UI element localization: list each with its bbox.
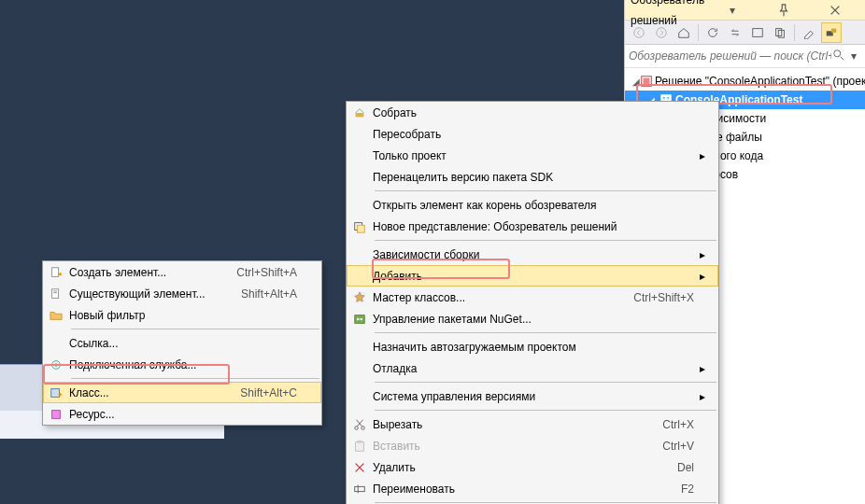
menu-item[interactable]: Перенацелить версию пакета SDK [347, 166, 718, 188]
pin-icon[interactable] [759, 4, 807, 17]
menu-item[interactable]: ВырезатьCtrl+X [347, 413, 718, 435]
menu-item[interactable]: Система управления версиями▸ [347, 385, 718, 407]
collapse-icon[interactable] [747, 22, 768, 43]
svg-rect-28 [51, 388, 60, 397]
menu-item-label: Существующий элемент... [69, 287, 241, 301]
build-icon [347, 106, 373, 119]
menu-item[interactable]: Зависимости сборки▸ [347, 244, 718, 265]
menu-item-label: Ссылка... [69, 337, 297, 350]
add-submenu: Создать элемент...Ctrl+Shift+AСуществующ… [42, 260, 322, 426]
svg-rect-20 [357, 440, 362, 442]
menu-item[interactable]: Назначить автозагружаемым проектом [347, 336, 718, 357]
svg-point-1 [657, 27, 667, 37]
solution-explorer-toolbar [625, 21, 865, 45]
close-icon[interactable] [812, 4, 859, 17]
menu-item-shortcut: Ctrl+Shift+X [633, 291, 700, 304]
back-icon[interactable] [629, 22, 649, 43]
menu-separator [375, 382, 716, 383]
svg-rect-22 [52, 267, 59, 276]
menu-item[interactable]: Пересобрать [347, 123, 718, 145]
menu-item[interactable]: Управление пакетами NuGet... [347, 308, 718, 329]
project-context-menu: СобратьПересобратьТолько проект▸Перенаце… [346, 101, 719, 504]
svg-rect-23 [52, 288, 59, 298]
menu-item[interactable]: ПереименоватьF2 [347, 478, 718, 499]
menu-item[interactable]: Собрать [347, 102, 718, 123]
svg-point-15 [357, 317, 360, 320]
search-icon[interactable] [831, 49, 846, 64]
menu-separator [375, 410, 716, 411]
menu-item-label: Ресурс... [69, 408, 297, 421]
svg-point-0 [634, 27, 645, 37]
menu-item-shortcut: Shift+Alt+C [240, 386, 303, 399]
menu-item-label: Вставить [373, 440, 662, 453]
menu-item-label: Вырезать [373, 418, 662, 431]
menu-item[interactable]: Добавить▸ [347, 265, 718, 287]
menu-item-label: Пересобрать [373, 128, 694, 141]
show-all-icon[interactable] [770, 22, 790, 43]
menu-separator [71, 329, 319, 329]
class-wizard-icon [347, 291, 373, 304]
svg-rect-14 [355, 315, 365, 323]
menu-item-label: Отладка [373, 362, 694, 375]
menu-item-shortcut: Shift+Alt+A [241, 287, 303, 301]
menu-item[interactable]: Новое представление: Обозреватель решени… [347, 216, 718, 237]
menu-item-label: Только проект [373, 149, 694, 162]
menu-item[interactable]: Подключенная служба... [43, 354, 321, 375]
solution-icon [640, 75, 653, 88]
menu-item[interactable]: Только проект▸ [347, 145, 718, 166]
forward-icon[interactable] [651, 22, 672, 43]
menu-item-shortcut: F2 [681, 483, 700, 496]
svg-point-17 [355, 426, 359, 429]
menu-item[interactable]: Существующий элемент...Shift+Alt+A [43, 283, 321, 304]
menu-item-label: Собрать [373, 106, 694, 119]
search-dropdown-icon[interactable]: ▾ [846, 49, 861, 63]
expand-toggle-icon[interactable]: ◢ [632, 77, 640, 87]
svg-point-27 [54, 363, 58, 367]
search-input[interactable] [629, 47, 831, 65]
preview-icon[interactable] [821, 22, 842, 43]
submenu-arrow-icon: ▸ [700, 362, 709, 375]
menu-item[interactable]: Ресурс... [43, 403, 321, 425]
menu-separator [375, 240, 716, 241]
menu-item-label: Добавить [373, 270, 694, 283]
menu-item-label: Назначить автозагружаемым проектом [373, 341, 694, 354]
home-icon[interactable] [674, 22, 694, 43]
refresh-icon[interactable] [702, 22, 723, 43]
svg-rect-11 [356, 113, 364, 117]
svg-rect-21 [355, 486, 365, 491]
menu-item-label: Новое представление: Обозреватель решени… [373, 220, 694, 233]
svg-rect-19 [356, 441, 364, 451]
new-filter-icon [43, 309, 69, 322]
menu-item-label: Новый фильтр [69, 309, 297, 322]
menu-item-label: Создать элемент... [69, 266, 236, 279]
svg-rect-2 [753, 28, 763, 36]
svg-rect-9 [644, 78, 650, 85]
delete-icon [347, 461, 373, 474]
menu-separator [375, 502, 716, 503]
existing-item-icon [43, 287, 69, 301]
menu-item[interactable]: Мастер классов...Ctrl+Shift+X [347, 287, 718, 308]
menu-item[interactable]: Класс...Shift+Alt+C [43, 382, 321, 403]
menu-item[interactable]: Ссылка... [43, 332, 321, 354]
dropdown-icon[interactable]: ▾ [708, 4, 756, 17]
svg-rect-25 [53, 292, 57, 293]
menu-item[interactable]: Новый фильтр [43, 304, 321, 326]
submenu-arrow-icon: ▸ [700, 270, 709, 283]
submenu-arrow-icon: ▸ [700, 390, 709, 403]
menu-item[interactable]: УдалитьDel [347, 456, 718, 478]
menu-separator [71, 378, 319, 379]
connected-service-icon [43, 358, 69, 371]
menu-item[interactable]: Открыть элемент как корень обозревателя [347, 194, 718, 216]
solution-root-row[interactable]: ◢ Решение "ConsoleApplicationTest" (прое… [625, 72, 865, 91]
cut-icon [347, 418, 373, 431]
menu-item[interactable]: Создать элемент...Ctrl+Shift+A [43, 261, 321, 283]
menu-item-label: Класс... [69, 386, 240, 399]
menu-item-label: Переименовать [373, 483, 681, 496]
solution-explorer-titlebar: Обозреватель решений ▾ [625, 0, 865, 21]
menu-item-shortcut: Del [677, 461, 700, 474]
properties-icon[interactable] [799, 22, 819, 43]
solution-explorer-search[interactable]: ▾ [625, 45, 865, 68]
nuget-icon [347, 313, 373, 326]
sync-icon[interactable] [725, 22, 745, 43]
menu-item[interactable]: Отладка▸ [347, 357, 718, 379]
